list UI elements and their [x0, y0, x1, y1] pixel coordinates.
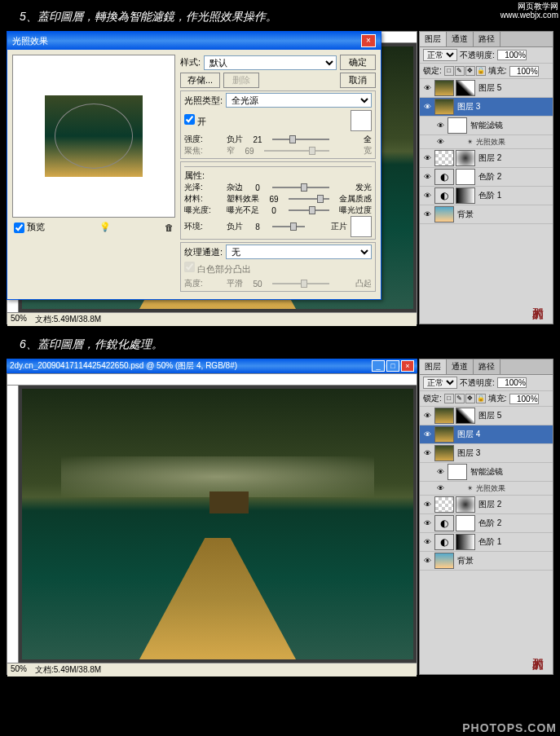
- layer-item[interactable]: 👁图层 4: [420, 425, 553, 444]
- layer-thumb[interactable]: [434, 445, 454, 461]
- layer-thumb[interactable]: [434, 150, 454, 166]
- eye-icon[interactable]: 👁: [434, 120, 446, 131]
- mask-thumb[interactable]: [456, 534, 475, 550]
- lock-icons[interactable]: □✎✥🔒: [444, 394, 486, 403]
- layer-name[interactable]: 图层 3: [456, 447, 480, 459]
- layer-name[interactable]: 智能滤镜: [469, 466, 503, 478]
- layer-thumb[interactable]: [448, 117, 467, 134]
- layer-item[interactable]: 👁智能滤镜: [420, 463, 553, 482]
- dialog-titlebar[interactable]: 光照效果 ×: [7, 32, 381, 50]
- opacity-input[interactable]: [497, 377, 527, 388]
- eye-icon[interactable]: 👁: [421, 171, 433, 183]
- eye-icon[interactable]: 👁: [421, 209, 433, 220]
- layer-name[interactable]: 色阶 1: [477, 190, 501, 201]
- eye-icon[interactable]: 👁: [421, 190, 433, 201]
- texture-select[interactable]: 无: [226, 245, 372, 259]
- eye-icon[interactable]: 👁: [434, 466, 446, 478]
- layer-item[interactable]: 👁图层 3: [420, 444, 553, 463]
- layer-thumb[interactable]: [434, 515, 454, 531]
- mask-thumb[interactable]: [456, 515, 475, 531]
- layer-item[interactable]: 👁图层 5: [420, 79, 553, 98]
- layer-name[interactable]: 图层 4: [456, 429, 480, 440]
- mask-thumb[interactable]: [456, 169, 475, 185]
- delete-button[interactable]: 删除: [223, 73, 259, 88]
- ok-button[interactable]: 确定: [340, 55, 376, 70]
- tab-layers[interactable]: 图层: [420, 359, 447, 374]
- layer-thumb[interactable]: [434, 187, 454, 204]
- preview-toggle[interactable]: [14, 223, 24, 233]
- lightbulb-icon[interactable]: 💡: [99, 222, 111, 232]
- eye-icon[interactable]: 👁: [421, 518, 433, 529]
- layer-name[interactable]: 智能滤镜: [469, 120, 503, 131]
- trash-icon[interactable]: 🗑: [165, 223, 174, 232]
- mask-thumb[interactable]: [456, 496, 475, 513]
- layer-thumb[interactable]: [434, 169, 454, 185]
- layer-thumb[interactable]: [434, 80, 454, 96]
- light-type-select[interactable]: 全光源: [226, 93, 372, 108]
- eye-icon[interactable]: 👁: [434, 136, 446, 148]
- layer-name[interactable]: 背景: [456, 209, 474, 220]
- layer-thumb[interactable]: [434, 496, 454, 513]
- layer-item[interactable]: 👁智能滤镜: [420, 117, 553, 135]
- layer-name[interactable]: 色阶 1: [477, 536, 501, 548]
- eye-icon[interactable]: 👁: [421, 101, 433, 112]
- layer-item[interactable]: 👁✴ 光照效果: [420, 135, 553, 149]
- eye-icon[interactable]: 👁: [421, 429, 433, 440]
- layer-item[interactable]: 👁色阶 1: [420, 533, 553, 552]
- layer-thumb[interactable]: [434, 553, 454, 569]
- eye-icon[interactable]: 👁: [421, 152, 433, 164]
- ambience-slider[interactable]: 环境: 负片 8 正片: [184, 221, 347, 232]
- layer-name[interactable]: 图层 2: [477, 152, 501, 164]
- tab-paths[interactable]: 路径: [474, 32, 500, 46]
- layer-item[interactable]: 👁图层 2: [420, 496, 553, 514]
- eye-icon[interactable]: 👁: [421, 499, 433, 510]
- exposure-slider[interactable]: 曝光度: 曝光不足 0 曝光过度: [184, 205, 372, 216]
- fill-input[interactable]: [509, 66, 539, 77]
- close-icon[interactable]: ×: [401, 360, 414, 372]
- document-titlebar[interactable]: 2dy.cn_20090417114425422650.psd @ 50% (图…: [7, 359, 417, 373]
- layer-name[interactable]: 图层 5: [477, 410, 501, 421]
- blend-mode-select[interactable]: 正常: [423, 49, 457, 61]
- layer-name[interactable]: 图层 3: [456, 101, 480, 112]
- layer-item[interactable]: 👁色阶 2: [420, 168, 553, 187]
- ambience-color-swatch[interactable]: [351, 216, 372, 237]
- lock-icons[interactable]: □✎✥🔒: [444, 66, 486, 76]
- layer-item[interactable]: 👁图层 3: [420, 98, 553, 117]
- mask-thumb[interactable]: [456, 408, 475, 424]
- gloss-slider[interactable]: 光泽: 杂边 0 发光: [184, 182, 372, 193]
- tab-channels[interactable]: 通道: [447, 32, 474, 46]
- layer-thumb[interactable]: [434, 426, 454, 443]
- eye-icon[interactable]: 👁: [421, 410, 433, 421]
- opacity-input[interactable]: [497, 50, 527, 60]
- layer-name[interactable]: 图层 5: [477, 82, 501, 94]
- cancel-button[interactable]: 取消: [340, 73, 376, 88]
- layer-thumb[interactable]: [448, 464, 467, 480]
- maximize-icon[interactable]: □: [386, 360, 399, 372]
- zoom-value[interactable]: 50%: [11, 314, 27, 325]
- layer-item[interactable]: 👁图层 5: [420, 407, 553, 425]
- fill-input[interactable]: [509, 394, 539, 404]
- style-select[interactable]: 默认: [204, 55, 337, 70]
- layer-thumb[interactable]: [434, 408, 454, 424]
- layer-item[interactable]: 👁背景: [420, 205, 553, 224]
- close-icon[interactable]: ×: [361, 34, 376, 47]
- layer-item[interactable]: 👁✴ 光照效果: [420, 482, 553, 496]
- on-checkbox[interactable]: 开: [184, 114, 206, 128]
- layer-item[interactable]: 👁色阶 2: [420, 514, 553, 533]
- eye-icon[interactable]: 👁: [421, 536, 433, 548]
- layer-name[interactable]: 色阶 2: [477, 518, 501, 529]
- preview-checkbox[interactable]: 预览: [14, 221, 45, 233]
- layer-item[interactable]: 👁色阶 1: [420, 187, 553, 205]
- eye-icon[interactable]: 👁: [421, 555, 433, 566]
- tab-paths[interactable]: 路径: [474, 359, 500, 374]
- tab-channels[interactable]: 通道: [447, 359, 474, 374]
- layer-item[interactable]: 👁图层 2: [420, 149, 553, 168]
- layer-thumb[interactable]: [434, 206, 454, 223]
- material-slider[interactable]: 材料: 塑料效果 69 金属质感: [184, 193, 372, 205]
- blend-mode-select[interactable]: 正常: [423, 377, 457, 389]
- layer-name[interactable]: 图层 2: [477, 499, 501, 510]
- minimize-icon[interactable]: _: [372, 360, 385, 372]
- eye-icon[interactable]: 👁: [421, 82, 433, 94]
- mask-thumb[interactable]: [456, 150, 475, 166]
- layer-name[interactable]: 背景: [456, 555, 474, 566]
